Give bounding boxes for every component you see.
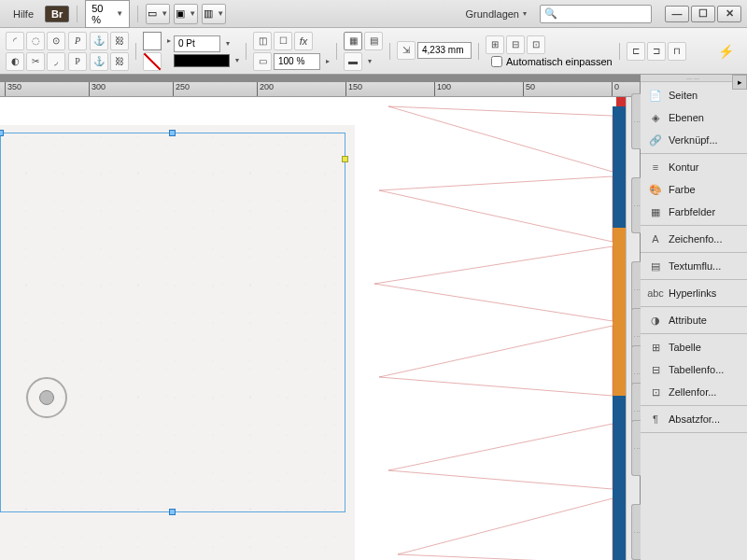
chevron-down-icon[interactable]: ▸ (167, 36, 171, 45)
links-icon: 🔗 (648, 133, 663, 147)
panel-resize-grip[interactable]: ⋮ (631, 420, 641, 476)
arrange-button[interactable]: ▥▼ (202, 4, 226, 24)
ruler-tick: 250 (173, 82, 190, 97)
textwrap-around-icon[interactable]: ▤ (364, 32, 383, 50)
panel-resize-grip[interactable]: ⋮ (631, 177, 641, 233)
panel-resize-grip[interactable]: ⋮ (631, 93, 641, 149)
dashed-circle-icon[interactable]: ◌ (26, 32, 45, 50)
textwrap-none-icon[interactable]: ▦ (344, 32, 362, 50)
corner-option-icon[interactable]: ◜ (6, 32, 24, 50)
content-grabber-icon[interactable] (26, 377, 67, 418)
anchor-icon[interactable]: ⚓ (90, 32, 108, 50)
screen-mode-button[interactable]: ▭▼ (146, 4, 170, 24)
panel-textumfluss[interactable]: ▤Textumflu... (641, 255, 747, 277)
panel-label: Tabellenfo... (669, 364, 724, 375)
character-icon[interactable]: P (68, 32, 87, 50)
chevron-down-icon[interactable]: ▸ (326, 57, 330, 65)
textwrap-jump-icon[interactable]: ▬ (344, 52, 362, 71)
chevron-down-icon[interactable]: ▾ (226, 39, 230, 48)
menu-help[interactable]: Hilfe (6, 5, 41, 23)
ruler-tick: 0 (612, 82, 619, 97)
align3-icon[interactable]: ⊓ (668, 42, 686, 61)
panel-farbe[interactable]: 🎨Farbe (641, 178, 747, 201)
panel-tabellenformate[interactable]: ⊟Tabellenfo... (641, 358, 747, 381)
workspace-switcher[interactable]: Grundlagen▾ (457, 7, 537, 21)
panel-label: Tabelle (669, 342, 701, 353)
fx-icon[interactable]: fx (294, 32, 313, 50)
chevron-down-icon[interactable]: ▾ (235, 56, 239, 64)
minimize-button[interactable]: — (665, 6, 689, 22)
panel-attribute[interactable]: ◑Attribute (641, 309, 747, 331)
stroke-icon: ≡ (648, 161, 663, 174)
width-field[interactable]: 4,233 mm (417, 42, 472, 59)
chevron-down-icon[interactable]: ▾ (368, 57, 372, 65)
control-panel: ◜ ◌ ⊙ ◐ ✂ ◞ P P ⚓ ⛓ ⚓ ⛓ ▸ 0 Pt▾ (0, 28, 747, 75)
panel-absatzformate[interactable]: ¶Absatzfor... (641, 408, 747, 430)
panel-label: Seiten (669, 90, 698, 101)
panel-kontur[interactable]: ≡Kontur (641, 156, 747, 178)
ruler-tick: 350 (5, 82, 21, 97)
horizontal-ruler[interactable]: 350 300 250 200 150 100 50 0 (0, 82, 640, 97)
scissors-icon[interactable]: ✂ (26, 52, 45, 71)
zoom-dropdown[interactable]: 50 %▼ (85, 0, 130, 28)
link-icon[interactable]: ⛓ (110, 32, 129, 50)
preflight-icon[interactable]: ⚡ (718, 44, 734, 59)
separator (137, 6, 138, 22)
panel-grip[interactable] (641, 75, 747, 82)
fan-wedges-svg (332, 97, 626, 560)
hyperlink-icon: abc (648, 287, 663, 300)
opacity-field[interactable]: 100 % (274, 53, 320, 70)
document-canvas[interactable] (0, 97, 626, 560)
maximize-button[interactable]: ☐ (691, 6, 715, 22)
autofit-checkbox[interactable] (491, 56, 502, 67)
panel-tabelle[interactable]: ⊞Tabelle (641, 336, 747, 358)
align-icon[interactable]: ⊏ (627, 42, 645, 61)
panel-zellenformate[interactable]: ⊡Zellenfor... (641, 381, 747, 403)
blend-icon[interactable]: ▭ (253, 52, 272, 71)
placed-image[interactable] (0, 125, 355, 560)
fit-content-icon[interactable]: ⊞ (486, 35, 504, 54)
fill-swatch[interactable] (143, 32, 162, 50)
stroke-weight-field[interactable]: 0 Pt (174, 35, 220, 52)
panel-collapse-icon[interactable]: ▸ (732, 75, 747, 90)
dotted-circle-icon[interactable]: ⊙ (47, 32, 65, 50)
tool-icon[interactable]: ◐ (6, 52, 24, 71)
close-button[interactable]: ✕ (717, 6, 741, 22)
stroke-color-bar[interactable] (174, 54, 230, 67)
search-input[interactable]: 🔍 (540, 5, 652, 23)
fill-frame-icon[interactable]: ⊡ (527, 35, 545, 54)
table-icon: ⊞ (648, 341, 663, 354)
panel-hyperlinks[interactable]: abcHyperlinks (641, 282, 747, 304)
tablestyle-icon: ⊟ (648, 363, 663, 376)
panel-resize-grip[interactable]: ⋮ (631, 504, 641, 560)
no-fill-icon[interactable] (143, 52, 162, 71)
fit-frame-icon[interactable]: ⇲ (397, 41, 416, 60)
opacity-icon[interactable]: ◫ (253, 32, 272, 50)
anchor2-icon[interactable]: ⚓ (90, 52, 108, 71)
autofit-label: Automatisch einpassen (506, 56, 613, 67)
panel-ebenen[interactable]: ◈Ebenen (641, 106, 747, 129)
effect-icon[interactable]: ☐ (274, 32, 292, 50)
view-options-button[interactable]: ▣▼ (174, 4, 198, 24)
panel-label: Zeichenfo... (669, 233, 722, 245)
ruler-shade (0, 75, 640, 82)
corner-icon[interactable]: ◞ (47, 52, 65, 71)
swatches-icon: ▦ (648, 205, 663, 218)
distribute-icon[interactable]: ⊐ (647, 42, 666, 61)
bridge-button[interactable]: Br (45, 6, 69, 22)
panel-seiten[interactable]: 📄Seiten (641, 84, 747, 106)
chevron-down-icon: ▾ (523, 9, 527, 18)
panel-group: ⊞Tabelle ⊟Tabellenfo... ⊡Zellenfor... (641, 334, 747, 406)
cellstyle-icon: ⊡ (648, 385, 663, 399)
paragraph-icon[interactable]: P (68, 52, 87, 71)
zoom-value: 50 % (92, 3, 112, 25)
link2-icon[interactable]: ⛓ (110, 52, 129, 71)
fit-proportional-icon[interactable]: ⊟ (506, 35, 525, 54)
panel-group: 📄Seiten ◈Ebenen 🔗Verknüpf... (641, 82, 747, 154)
panel-group: abcHyperlinks (641, 280, 747, 307)
panel-zeichenformate[interactable]: AZeichenfo... (641, 228, 747, 250)
panel-farbfelder[interactable]: ▦Farbfelder (641, 201, 747, 223)
ruler-tick: 300 (89, 82, 106, 97)
panel-label: Hyperlinks (669, 287, 716, 299)
panel-verknuepf[interactable]: 🔗Verknüpf... (641, 129, 747, 151)
